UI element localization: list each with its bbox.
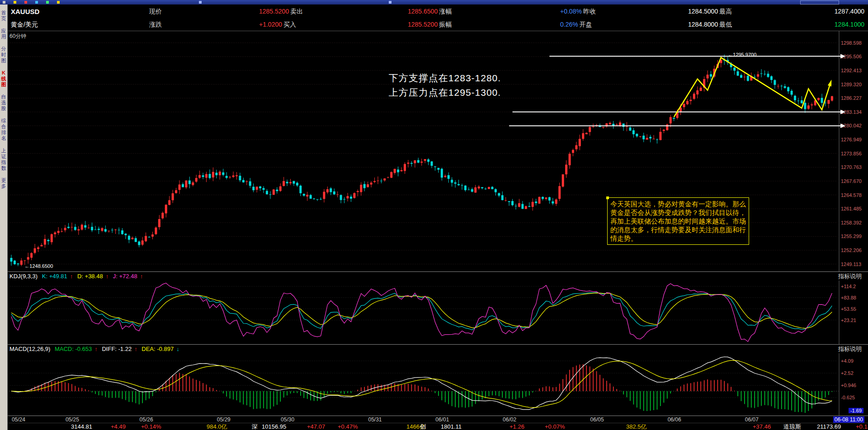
svg-text:+23.21: +23.21 xyxy=(841,318,856,323)
market-ticker: 3144.81+4.49+0.14%984.0亿深10156.95+47.07+… xyxy=(8,423,868,430)
svg-text:-0.625: -0.625 xyxy=(841,395,855,400)
amplitude-quote: 1285.5200振幅 xyxy=(408,21,452,29)
svg-text:1276.949: 1276.949 xyxy=(841,137,862,142)
svg-text:1267.670: 1267.670 xyxy=(841,178,862,184)
sidebar-item-time-chart[interactable]: 分时图 xyxy=(0,46,7,64)
svg-text:←1248.6500: ←1248.6500 xyxy=(24,263,53,269)
toolbar-icon xyxy=(199,1,202,4)
macd-value: MACD: -0.653 xyxy=(55,346,92,352)
up-arrow-icon: ↑ xyxy=(70,273,73,280)
kdj-header: KDJ(9,3,3) K: +49.81↑ D: +38.48↑ J: +72.… xyxy=(8,271,868,281)
ticker-item: +4.49 xyxy=(111,423,126,430)
right-top-value: 1287.4000 xyxy=(835,8,864,15)
down-arrow-icon: ↓ xyxy=(176,346,179,352)
toolbar-icon xyxy=(46,1,49,4)
toolbar-icon xyxy=(57,1,60,4)
date-label: 06/01 xyxy=(435,416,449,423)
pair-name-label: 黄金/美元 xyxy=(11,21,38,29)
ticker-item: +0.18% xyxy=(856,423,868,430)
trading-app-window: 首页应用分时图K线图自选股综合排名上证指数更多 XAUUSD 黄金/美元 现价 … xyxy=(0,0,868,430)
toolbar-icon xyxy=(35,1,38,4)
svg-text:+83.88: +83.88 xyxy=(841,295,856,300)
macd-pane: +4.09+2.52+0.946-0.625 xyxy=(8,353,868,416)
svg-text:1252.206: 1252.206 xyxy=(841,248,862,253)
sidebar-item-home[interactable]: 首页 xyxy=(0,10,7,22)
current-time-badge: 06-08 11:00 xyxy=(833,416,864,423)
ticker-item: 1801.11 xyxy=(441,423,462,430)
svg-text:+2.52: +2.52 xyxy=(841,370,854,376)
up-arrow-icon: ↑ xyxy=(94,346,98,352)
ticker-item: 创 xyxy=(420,423,426,430)
toolbar-icon xyxy=(24,1,27,4)
svg-text:1286.227: 1286.227 xyxy=(841,95,862,101)
toolbar-icon xyxy=(14,1,16,4)
svg-text:1258.392: 1258.392 xyxy=(841,220,862,225)
ticker-item: 深 xyxy=(252,423,258,430)
date-label: 05/24 xyxy=(12,416,25,423)
change-caption: 涨跌 xyxy=(149,21,162,29)
ticker-item: 21173.69 xyxy=(817,423,841,430)
ticker-item: 984.0亿 xyxy=(207,423,227,430)
ticker-item: 10156.95 xyxy=(262,423,286,430)
period-label: 60分钟 xyxy=(9,33,26,40)
kdj-help-link[interactable]: 指标说明 xyxy=(838,272,862,281)
svg-text:1292.413: 1292.413 xyxy=(841,68,862,73)
sidebar-item-kline-chart[interactable]: K线图 xyxy=(0,70,7,88)
ticker-item: +0.07% xyxy=(545,423,565,430)
toolbar-icon xyxy=(389,1,392,4)
quote-header: XAUUSD 黄金/美元 现价 涨跌 1285.5200卖出 +1.0200买入… xyxy=(8,5,868,31)
kdj-title: KDJ(9,3,3) xyxy=(9,273,38,280)
news-annotation-box: 今天英国大选，势必对黄金有一定影响。那么黄金是否会从涨势变成跌势？我们拭目以待，… xyxy=(607,197,749,245)
macd-title: MACD(12,26,9) xyxy=(9,346,50,352)
svg-text:1298.598: 1298.598 xyxy=(841,40,862,46)
sidebar-item-apps[interactable]: 应用 xyxy=(0,28,7,40)
date-label: 06/05 xyxy=(590,416,604,423)
open-quote: 0.26%开盘 xyxy=(560,21,592,29)
macd-current-badge: -1.69 xyxy=(849,408,863,413)
macd-diff-value: DIFF: -1.22 xyxy=(102,346,132,352)
high-quote: 1284.5000最高 xyxy=(688,8,732,16)
macd-header: MACD(12,26,9) MACD: -0.653↑ DIFF: -1.22↑… xyxy=(8,344,868,354)
date-label: 05/25 xyxy=(66,416,79,423)
top-menubar[interactable] xyxy=(0,0,868,5)
sidebar-item-ranking[interactable]: 综合排名 xyxy=(0,118,7,141)
svg-text:1289.320: 1289.320 xyxy=(841,82,862,87)
svg-text:1270.763: 1270.763 xyxy=(841,164,862,170)
sell-quote: 1285.5200卖出 xyxy=(259,8,303,16)
date-label: 05/26 xyxy=(140,416,153,423)
macd-chart[interactable]: +4.09+2.52+0.946-0.625 xyxy=(8,353,868,416)
sidebar-item-watchlist[interactable]: 自选股 xyxy=(0,94,7,112)
right-bottom-value: 1284.1000 xyxy=(835,21,864,28)
ticker-item: 3144.81 xyxy=(71,423,92,430)
svg-text:+4.09: +4.09 xyxy=(841,358,854,364)
date-label: 05/31 xyxy=(368,416,382,423)
date-label: 05/30 xyxy=(281,416,294,423)
sidebar-item-more[interactable]: 更多 xyxy=(0,178,7,189)
date-label: 06/02 xyxy=(503,416,516,423)
toolbar-right-box xyxy=(800,0,839,5)
svg-text:1255.299: 1255.299 xyxy=(841,234,862,239)
date-axis: 06-08 11:00 05/2405/2505/2605/2905/3005/… xyxy=(8,416,868,423)
symbol-label: XAUUSD xyxy=(11,8,39,15)
svg-text:+0.946: +0.946 xyxy=(841,383,856,388)
pct-quote: 1285.6500涨幅 xyxy=(408,8,452,16)
svg-text:1264.578: 1264.578 xyxy=(841,192,862,198)
svg-text:1273.856: 1273.856 xyxy=(841,151,862,156)
price-caption: 现价 xyxy=(149,8,162,16)
up-arrow-icon: ↑ xyxy=(106,273,109,280)
sidebar-item-sse-index[interactable]: 上证指数 xyxy=(0,148,7,171)
svg-text:←1295.9700: ←1295.9700 xyxy=(728,52,756,57)
toolbar-icon xyxy=(3,1,5,4)
macd-help-link[interactable]: 指标说明 xyxy=(838,345,862,354)
kdj-chart[interactable]: +114.2+83.88+53.55+23.21 xyxy=(8,280,868,344)
up-arrow-icon: ↑ xyxy=(134,346,137,352)
svg-text:+53.55: +53.55 xyxy=(841,306,856,312)
svg-text:+114.2: +114.2 xyxy=(841,284,856,289)
buy-quote: +1.0200买入 xyxy=(259,21,296,29)
ticker-item: +47.07 xyxy=(307,423,325,430)
date-label: 05/29 xyxy=(217,416,231,423)
date-label: 06/06 xyxy=(668,416,681,423)
up-arrow-icon: ↑ xyxy=(140,273,143,280)
kdj-k-value: K: +49.81 xyxy=(42,273,67,280)
ticker-item: 道琼斯 xyxy=(783,423,801,430)
